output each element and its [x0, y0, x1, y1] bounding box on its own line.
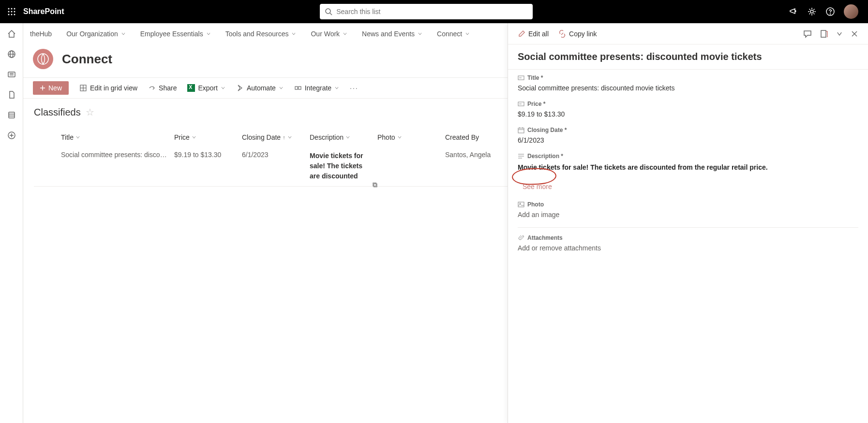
grid-icon: [79, 84, 87, 92]
search-box[interactable]: [320, 4, 533, 19]
site-logo[interactable]: [33, 49, 53, 69]
see-more-wrap: See more: [518, 171, 557, 192]
new-button[interactable]: New: [33, 81, 69, 95]
plus-icon: [40, 85, 45, 91]
add-image-button[interactable]: Add an image: [518, 211, 858, 219]
field-attachments-label: Attachments: [518, 234, 858, 241]
field-title-value[interactable]: Social committee presents: discounted mo…: [518, 84, 858, 92]
cell-created-by: Santos, Angela: [445, 151, 503, 159]
nav-our-work[interactable]: Our Work: [311, 30, 347, 38]
nav-news-events[interactable]: News and Events: [362, 30, 422, 38]
field-description-label: Description *: [518, 153, 858, 160]
create-icon[interactable]: [6, 130, 17, 141]
panel-title: Social committee presents: discounted mo…: [508, 44, 868, 70]
svg-rect-20: [9, 112, 15, 118]
svg-point-4: [11, 11, 13, 13]
nav-connect[interactable]: Connect: [437, 30, 470, 38]
nav-thehub[interactable]: theHub: [30, 30, 52, 38]
search-wrap: [64, 4, 789, 19]
integrate-button[interactable]: Integrate: [294, 84, 339, 92]
nav-label: News and Events: [362, 30, 415, 38]
files-icon[interactable]: [6, 89, 17, 101]
export-button[interactable]: Export: [187, 84, 225, 92]
details-panel: Edit all Copy link Social committee pres…: [508, 23, 868, 423]
field-price: Price * $9.19 to $13.30: [518, 101, 858, 118]
nav-our-organization[interactable]: Our Organization: [66, 30, 126, 38]
edit-grid-button[interactable]: Edit in grid view: [79, 84, 137, 92]
automate-button[interactable]: Automate: [236, 84, 284, 92]
svg-point-11: [810, 10, 813, 13]
news-icon[interactable]: [6, 69, 17, 80]
svg-point-5: [14, 11, 15, 13]
megaphone-icon[interactable]: [789, 7, 798, 16]
svg-point-26: [38, 54, 48, 64]
text-field-icon: [518, 101, 524, 107]
col-description[interactable]: Description: [310, 133, 377, 141]
see-more-button[interactable]: See more: [518, 181, 557, 192]
export-label: Export: [198, 84, 217, 92]
chevron-down-icon: [121, 31, 126, 36]
user-avatar[interactable]: [844, 4, 858, 19]
col-closing[interactable]: Closing Date↑: [242, 133, 310, 141]
field-closing: Closing Date * 6/1/2023: [518, 127, 858, 144]
nav-label: Our Work: [311, 30, 340, 38]
svg-point-9: [326, 9, 330, 14]
chevron-down-icon: [206, 31, 211, 36]
app-launcher[interactable]: [4, 4, 19, 19]
chevron-down-icon: [345, 135, 350, 140]
search-icon: [325, 8, 332, 15]
field-photo-label: Photo: [518, 201, 858, 208]
edit-all-label: Edit all: [528, 30, 549, 38]
col-price[interactable]: Price: [174, 133, 242, 141]
popout-icon[interactable]: ⧉: [373, 180, 377, 190]
settings-icon[interactable]: [807, 7, 817, 16]
cell-title: Social committee presents: discounted mo…: [34, 151, 174, 159]
flow-icon: [236, 84, 244, 92]
field-title: Title * Social committee presents: disco…: [518, 74, 858, 92]
image-icon: [518, 201, 524, 208]
home-icon[interactable]: [6, 28, 17, 40]
more-button[interactable]: ···: [350, 84, 359, 92]
text-field-icon: [518, 74, 524, 81]
share-button[interactable]: Share: [148, 84, 177, 92]
svg-point-8: [14, 14, 15, 15]
cell-description: Movie tickets for sale! The tickets are …: [310, 151, 377, 181]
chevron-down-icon: [291, 31, 296, 36]
chevron-down-icon: [334, 86, 339, 90]
edit-all-button[interactable]: Edit all: [518, 30, 549, 38]
panel-body: Title * Social committee presents: disco…: [508, 70, 868, 423]
cell-price: $9.19 to $13.30: [174, 151, 242, 159]
field-closing-value[interactable]: 6/1/2023: [518, 136, 858, 144]
edit-grid-label: Edit in grid view: [90, 84, 137, 92]
app-name[interactable]: SharePoint: [23, 7, 64, 16]
chevron-down-icon: [75, 135, 80, 140]
nav-tools-resources[interactable]: Tools and Resources: [225, 30, 297, 38]
field-price-value[interactable]: $9.19 to $13.30: [518, 110, 858, 118]
site-name[interactable]: Connect: [62, 52, 112, 67]
search-input[interactable]: [336, 8, 528, 15]
chevron-down-icon[interactable]: [836, 30, 843, 37]
copy-link-button[interactable]: Copy link: [558, 30, 597, 38]
favorite-icon[interactable]: [820, 29, 828, 38]
chevron-down-icon: [418, 31, 422, 36]
cell-closing: 6/1/2023: [242, 151, 310, 159]
nav-label: Our Organization: [66, 30, 118, 38]
field-description-value[interactable]: Movie tickets for sale! The tickets are …: [518, 163, 858, 171]
col-photo[interactable]: Photo: [377, 133, 445, 141]
col-title[interactable]: Title: [34, 133, 174, 141]
attachments-action[interactable]: Add or remove attachments: [518, 244, 858, 252]
nav-label: Employee Essentials: [140, 30, 203, 38]
chevron-down-icon: [221, 86, 225, 90]
suite-header: SharePoint: [0, 0, 868, 23]
close-icon[interactable]: [851, 30, 858, 38]
favorite-star-icon[interactable]: ☆: [86, 106, 94, 118]
globe-icon[interactable]: [6, 48, 17, 60]
help-icon[interactable]: [825, 7, 835, 16]
lists-icon[interactable]: [6, 109, 17, 121]
attachment-icon: [518, 234, 524, 241]
integrate-icon: [294, 84, 302, 92]
col-created-by[interactable]: Created By: [445, 133, 503, 141]
comment-icon[interactable]: [803, 29, 812, 38]
chevron-down-icon: [397, 135, 402, 140]
nav-employee-essentials[interactable]: Employee Essentials: [140, 30, 211, 38]
